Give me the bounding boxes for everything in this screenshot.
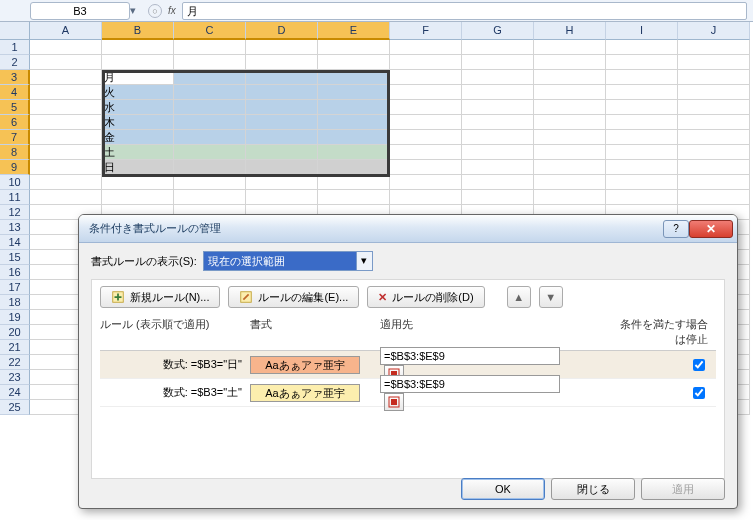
cell[interactable] <box>678 85 750 100</box>
row-header[interactable]: 23 <box>0 370 30 385</box>
cell[interactable] <box>462 85 534 100</box>
cell[interactable] <box>534 40 606 55</box>
cell[interactable] <box>30 145 102 160</box>
cell[interactable] <box>318 175 390 190</box>
cell[interactable] <box>678 40 750 55</box>
cell[interactable] <box>678 130 750 145</box>
row-header[interactable]: 12 <box>0 205 30 220</box>
cell[interactable] <box>462 145 534 160</box>
row-header[interactable]: 2 <box>0 55 30 70</box>
cell[interactable] <box>534 85 606 100</box>
name-box[interactable]: B3 <box>30 2 130 20</box>
row-header[interactable]: 20 <box>0 325 30 340</box>
row-header[interactable]: 14 <box>0 235 30 250</box>
cell[interactable] <box>462 55 534 70</box>
cell[interactable] <box>534 145 606 160</box>
column-header[interactable]: B <box>102 22 174 40</box>
stop-if-true-checkbox[interactable] <box>693 387 705 399</box>
column-header[interactable]: C <box>174 22 246 40</box>
cell[interactable] <box>390 70 462 85</box>
cell[interactable] <box>174 55 246 70</box>
applies-to-input[interactable]: =$B$3:$E$9 <box>380 347 560 365</box>
edit-rule-button[interactable]: ルールの編集(E)... <box>228 286 359 308</box>
cell[interactable] <box>462 130 534 145</box>
row-header[interactable]: 19 <box>0 310 30 325</box>
cell[interactable] <box>462 115 534 130</box>
cell[interactable] <box>390 55 462 70</box>
cell[interactable] <box>606 70 678 85</box>
cell[interactable] <box>390 115 462 130</box>
cell[interactable] <box>534 130 606 145</box>
cell[interactable] <box>678 115 750 130</box>
cell[interactable] <box>174 40 246 55</box>
cell[interactable] <box>462 40 534 55</box>
fx-label[interactable]: fx <box>168 5 176 16</box>
cell[interactable] <box>390 130 462 145</box>
cell[interactable] <box>606 190 678 205</box>
row-header[interactable]: 24 <box>0 385 30 400</box>
cell[interactable] <box>534 175 606 190</box>
row-header[interactable]: 18 <box>0 295 30 310</box>
new-rule-button[interactable]: 新規ルール(N)... <box>100 286 220 308</box>
cell[interactable] <box>390 145 462 160</box>
cell[interactable] <box>606 115 678 130</box>
close-icon[interactable]: ✕ <box>689 220 733 238</box>
column-header[interactable]: F <box>390 22 462 40</box>
row-header[interactable]: 22 <box>0 355 30 370</box>
cell[interactable] <box>174 175 246 190</box>
cell[interactable] <box>30 190 102 205</box>
row-header[interactable]: 10 <box>0 175 30 190</box>
column-header[interactable]: J <box>678 22 750 40</box>
ok-button[interactable]: OK <box>461 478 545 500</box>
row-header[interactable]: 3 <box>0 70 30 85</box>
cell[interactable] <box>30 175 102 190</box>
delete-rule-button[interactable]: ✕ルールの削除(D) <box>367 286 484 308</box>
cell[interactable] <box>678 70 750 85</box>
cell[interactable] <box>246 190 318 205</box>
cell[interactable] <box>678 55 750 70</box>
cell[interactable] <box>246 175 318 190</box>
cell[interactable] <box>390 190 462 205</box>
cell[interactable] <box>678 145 750 160</box>
cell[interactable] <box>246 55 318 70</box>
cell[interactable] <box>678 100 750 115</box>
help-button[interactable]: ? <box>663 220 689 238</box>
row-header[interactable]: 9 <box>0 160 30 175</box>
move-down-button[interactable]: ▼ <box>539 286 563 308</box>
row-header[interactable]: 5 <box>0 100 30 115</box>
cell[interactable] <box>390 85 462 100</box>
apply-button[interactable]: 適用 <box>641 478 725 500</box>
column-header[interactable]: I <box>606 22 678 40</box>
cell[interactable] <box>462 190 534 205</box>
cell[interactable] <box>534 100 606 115</box>
cell[interactable] <box>102 40 174 55</box>
cell[interactable] <box>606 160 678 175</box>
cell[interactable] <box>30 160 102 175</box>
cell[interactable] <box>30 55 102 70</box>
column-header[interactable]: E <box>318 22 390 40</box>
cell[interactable] <box>534 55 606 70</box>
row-header[interactable]: 1 <box>0 40 30 55</box>
cell[interactable] <box>606 40 678 55</box>
cell[interactable] <box>30 70 102 85</box>
cell[interactable] <box>318 40 390 55</box>
column-header[interactable]: G <box>462 22 534 40</box>
row-header[interactable]: 25 <box>0 400 30 415</box>
cell[interactable] <box>30 85 102 100</box>
cell[interactable] <box>606 85 678 100</box>
cell[interactable] <box>30 115 102 130</box>
cell[interactable] <box>606 175 678 190</box>
cell[interactable] <box>606 145 678 160</box>
column-header[interactable]: A <box>30 22 102 40</box>
move-up-button[interactable]: ▲ <box>507 286 531 308</box>
cell[interactable] <box>462 175 534 190</box>
cell[interactable] <box>174 190 246 205</box>
show-rules-combo[interactable]: 現在の選択範囲 ▾ <box>203 251 373 271</box>
cell[interactable] <box>390 175 462 190</box>
chevron-down-icon[interactable]: ▾ <box>356 252 372 270</box>
range-selector-icon[interactable] <box>384 393 404 411</box>
row-header[interactable]: 15 <box>0 250 30 265</box>
select-all-corner[interactable] <box>0 22 30 40</box>
row-header[interactable]: 8 <box>0 145 30 160</box>
rule-row[interactable]: 数式: =$B3="土"Aaあぁアァ亜宇=$B$3:$E$9 <box>100 379 716 407</box>
